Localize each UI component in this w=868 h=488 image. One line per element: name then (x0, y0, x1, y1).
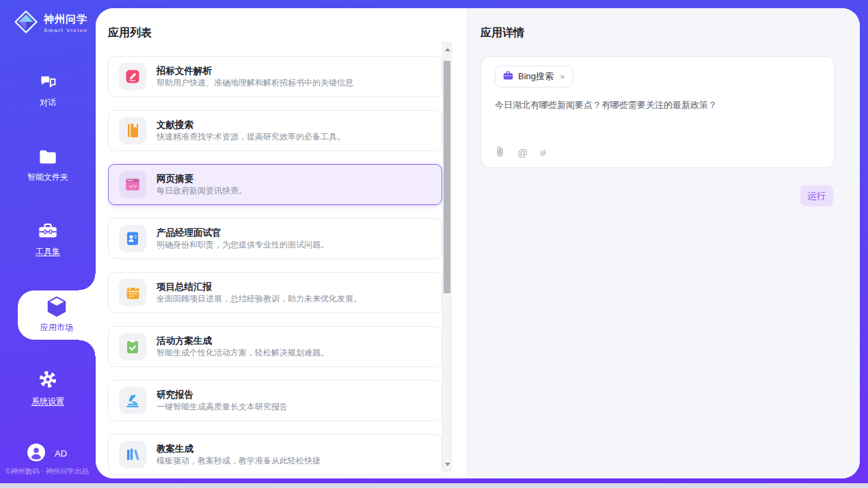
app-card-title: 文献搜索 (157, 120, 345, 130)
app-details-title: 应用详情 (480, 26, 524, 40)
app-card-1[interactable]: 文献搜索快速精准查找学术资源，提高研究效率的必备工具。 (108, 110, 442, 151)
app-card-list: 招标文件解析帮助用户快速、准确地理解和解析招标书中的关键信息文献搜索快速精准查找… (108, 56, 442, 478)
tool-tag-bing-search[interactable]: Bing搜索 × (495, 66, 573, 87)
app-list-title: 应用列表 (108, 26, 152, 40)
app-details-panel: 应用详情 Bing搜索 × 今日湖北有哪些新闻要点？有哪些需要关注的最新政策？ (467, 8, 860, 478)
prompt-input-card[interactable]: Bing搜索 × 今日湖北有哪些新闻要点？有哪些需要关注的最新政策？ @ # (480, 56, 835, 168)
paperclip-icon[interactable] (495, 146, 505, 159)
scrollbar[interactable] (442, 42, 452, 472)
cube-icon (46, 296, 67, 321)
toolbox-icon (38, 230, 58, 242)
hashtag-icon[interactable]: # (540, 147, 545, 159)
app-card-desc: 明确身份和职责，为您提供专业性的面试问题。 (157, 241, 329, 249)
webpage-icon: </> (119, 171, 146, 198)
user-row[interactable]: AD (27, 444, 67, 463)
briefcase-icon (503, 71, 513, 82)
app-card-6[interactable]: 研究报告一键智能生成高质量长文本研究报告 (108, 380, 442, 421)
svg-text:</>: </> (128, 184, 137, 189)
app-card-title: 教案生成 (157, 444, 321, 454)
chat-icon (39, 81, 57, 93)
tab-curve-top (79, 274, 96, 290)
app-card-2[interactable]: </>网页摘要每日政府新闻资讯快查。 (108, 164, 442, 205)
app-list-panel: 应用列表 招标文件解析帮助用户快速、准确地理解和解析招标书中的关键信息文献搜索快… (96, 8, 467, 478)
app-card-desc: 每日政府新闻资讯快查。 (157, 187, 247, 195)
edit-doc-icon (119, 63, 146, 90)
brand-diamond-icon (14, 10, 38, 37)
app-card-desc: 智能生成个性化活动方案，轻松解决规划难题。 (157, 349, 329, 357)
app-card-title: 招标文件解析 (157, 66, 353, 76)
copyright-footer: ©神州数码 · 神州问学出品 (5, 467, 97, 476)
run-button[interactable]: 运行 (800, 185, 833, 206)
app-card-title: 网页摘要 (157, 174, 247, 184)
app-card-desc: 全面回顾项目进展，总结经验教训，助力未来优化发展。 (157, 295, 362, 303)
tab-curve-bottom (79, 340, 96, 356)
gear-icon (38, 380, 58, 392)
app-card-title: 研究报告 (157, 390, 288, 400)
books-icon (119, 441, 146, 468)
tag-close-icon[interactable]: × (560, 72, 565, 82)
app-card-title: 项目总结汇报 (157, 282, 362, 292)
research-icon (119, 387, 146, 414)
avatar (27, 444, 45, 463)
query-text[interactable]: 今日湖北有哪些新闻要点？有哪些需要关注的最新政策？ (495, 99, 821, 111)
mention-icon[interactable]: @ (517, 147, 528, 159)
app-card-desc: 一键智能生成高质量长文本研究报告 (157, 403, 288, 411)
sidebar-item-2[interactable]: 工具集 (0, 222, 96, 258)
scroll-up-icon[interactable] (445, 48, 450, 51)
book-icon (119, 117, 146, 144)
app-card-7[interactable]: 教案生成模板驱动，教案秒成，教学准备从此轻松快捷 (108, 434, 442, 475)
brand-subtitle: Smart Vision (44, 27, 87, 33)
app-card-3[interactable]: 产品经理面试官明确身份和职责，为您提供专业性的面试问题。 (108, 218, 442, 259)
app-card-title: 产品经理面试官 (157, 228, 329, 238)
app-card-5[interactable]: 活动方案生成智能生成个性化活动方案，轻松解决规划难题。 (108, 326, 442, 367)
app-card-0[interactable]: 招标文件解析帮助用户快速、准确地理解和解析招标书中的关键信息 (108, 56, 442, 97)
scrollbar-thumb[interactable] (444, 61, 450, 293)
app-card-title: 活动方案生成 (157, 336, 329, 346)
brand-logo: 神州问学 Smart Vision (14, 10, 87, 37)
user-initials: AD (55, 448, 67, 459)
clipboard-check-icon (119, 333, 146, 360)
interviewer-icon (119, 225, 146, 252)
calendar-icon (119, 279, 146, 306)
main-content: 应用列表 招标文件解析帮助用户快速、准确地理解和解析招标书中的关键信息文献搜索快… (96, 8, 860, 478)
brand-name: 神州问学 (44, 13, 87, 26)
attachment-toolbar: @ # (495, 146, 546, 159)
app-card-desc: 快速精准查找学术资源，提高研究效率的必备工具。 (157, 133, 345, 141)
folder-icon (38, 156, 57, 167)
app-card-desc: 模板驱动，教案秒成，教学准备从此轻松快捷 (157, 457, 321, 465)
sidebar: 神州问学 Smart Vision 对话智能文件夹工具集应用市场系统设置 AD … (0, 0, 96, 488)
bottom-edge-strip (0, 483, 868, 488)
app-card-desc: 帮助用户快速、准确地理解和解析招标书中的关键信息 (157, 79, 353, 87)
sidebar-item-3[interactable]: 应用市场 (18, 290, 96, 340)
scroll-down-icon[interactable] (445, 463, 450, 466)
sidebar-item-4[interactable]: 系统设置 (0, 369, 96, 407)
sidebar-item-1[interactable]: 智能文件夹 (0, 149, 96, 183)
app-card-4[interactable]: 项目总结汇报全面回顾项目进展，总结经验教训，助力未来优化发展。 (108, 272, 442, 313)
tool-tag-label: Bing搜索 (518, 70, 554, 83)
sidebar-item-0[interactable]: 对话 (0, 74, 96, 109)
